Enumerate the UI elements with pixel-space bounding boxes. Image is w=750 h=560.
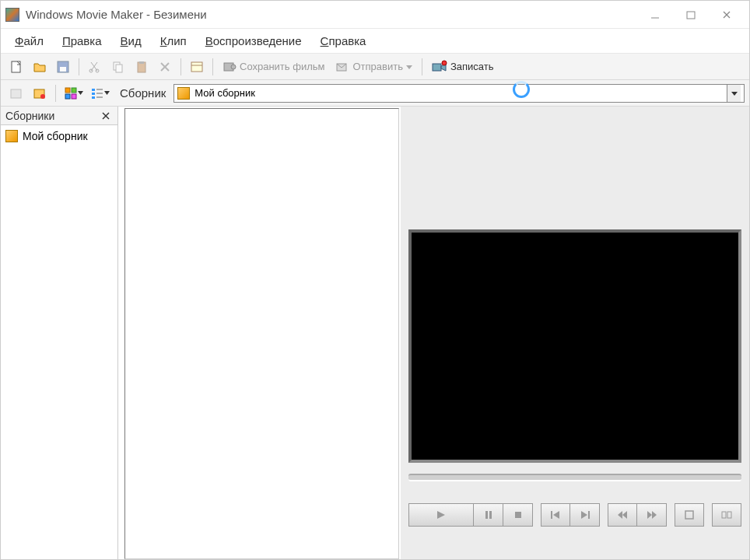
record-button[interactable]: Записать <box>427 57 499 77</box>
menu-help[interactable]: Справка <box>313 31 374 51</box>
list-view-button[interactable] <box>87 83 112 103</box>
thumbnail-view-button[interactable] <box>61 83 86 103</box>
separator <box>422 58 422 75</box>
svg-rect-17 <box>191 62 202 72</box>
svg-rect-46 <box>489 511 492 519</box>
chevron-down-icon <box>104 90 110 96</box>
menu-clip[interactable]: Клип <box>152 31 195 51</box>
chevron-down-icon <box>406 64 412 70</box>
svg-rect-57 <box>722 512 726 518</box>
close-icon <box>102 112 110 120</box>
cut-icon <box>88 60 102 74</box>
collection-dropdown[interactable]: Мой сборник <box>173 84 745 103</box>
forward-icon <box>647 510 657 520</box>
play-controls <box>408 503 533 527</box>
pause-icon <box>484 510 493 520</box>
cut-button[interactable] <box>84 57 106 77</box>
menu-playback[interactable]: Воспроизведение <box>198 31 310 51</box>
svg-marker-54 <box>647 511 652 519</box>
save-movie-label: Сохранить фильм <box>240 61 324 72</box>
new-file-icon <box>9 60 23 74</box>
list-view-icon <box>90 86 104 100</box>
separator <box>79 58 79 75</box>
tree-item-my-collection[interactable]: Мой сборник <box>2 128 116 144</box>
save-project-button[interactable] <box>52 57 74 77</box>
svg-rect-58 <box>727 512 731 518</box>
menu-view[interactable]: Вид <box>113 31 149 51</box>
paste-icon <box>135 60 149 74</box>
svg-rect-34 <box>92 89 95 91</box>
collection-selected: Мой сборник <box>195 87 727 99</box>
fullscreen-button[interactable] <box>675 503 704 527</box>
prev-frame-button[interactable] <box>541 503 570 527</box>
fullscreen-icon <box>685 510 694 520</box>
svg-marker-40 <box>104 91 110 95</box>
copy-button[interactable] <box>107 57 129 77</box>
svg-rect-31 <box>65 94 70 99</box>
svg-rect-30 <box>72 88 76 93</box>
sidebar-collections: Сборники Мой сборник <box>1 107 118 560</box>
svg-marker-52 <box>618 511 622 519</box>
prev-frame-icon <box>550 510 561 520</box>
maximize-button[interactable] <box>673 3 709 26</box>
toolbar-main: Сохранить фильм Отправить Записать <box>1 54 749 80</box>
svg-rect-48 <box>551 511 552 519</box>
collection-content-pane[interactable] <box>124 108 399 559</box>
sidebar-tree[interactable]: Мой сборник <box>1 125 117 560</box>
preview-video[interactable] <box>408 229 741 463</box>
delete-button[interactable] <box>154 57 176 77</box>
properties-icon <box>190 60 204 74</box>
save-movie-icon <box>223 60 237 74</box>
narration-icon <box>33 86 47 100</box>
collection-label: Сборник <box>114 86 172 100</box>
close-icon <box>722 10 731 19</box>
seek-bar[interactable] <box>408 474 741 481</box>
record-narration-button[interactable] <box>29 83 51 103</box>
dropdown-arrow[interactable] <box>727 85 741 102</box>
chevron-down-icon <box>78 90 83 96</box>
preview-pane <box>401 107 749 560</box>
forward-button[interactable] <box>637 503 667 527</box>
svg-marker-55 <box>652 511 657 519</box>
svg-rect-56 <box>685 511 693 519</box>
open-project-button[interactable] <box>29 57 51 77</box>
new-collection-button[interactable] <box>5 83 27 103</box>
split-clip-button[interactable] <box>712 503 741 527</box>
sidebar-close-button[interactable] <box>99 112 113 120</box>
stop-icon <box>513 510 523 520</box>
chevron-down-icon <box>731 90 738 96</box>
menu-file[interactable]: Файл <box>7 31 51 51</box>
stop-button[interactable] <box>503 503 533 527</box>
play-button[interactable] <box>408 503 474 527</box>
pause-button[interactable] <box>474 503 503 527</box>
send-button[interactable]: Отправить <box>331 57 416 77</box>
menu-edit[interactable]: Правка <box>54 31 110 51</box>
preview-controls <box>408 503 741 527</box>
svg-rect-32 <box>72 94 76 99</box>
svg-marker-22 <box>406 65 412 69</box>
svg-rect-1 <box>687 12 695 19</box>
save-movie-button[interactable]: Сохранить фильм <box>218 57 329 77</box>
misc-controls <box>675 503 704 527</box>
next-frame-button[interactable] <box>570 503 600 527</box>
menubar: Файл Правка Вид Клип Воспроизведение Спр… <box>1 29 749 54</box>
svg-marker-44 <box>437 511 445 519</box>
separator <box>212 58 213 75</box>
busy-cursor-icon <box>513 81 530 98</box>
split-controls <box>712 503 741 527</box>
svg-marker-53 <box>622 511 627 519</box>
back-button[interactable] <box>608 503 637 527</box>
new-project-button[interactable] <box>5 57 27 77</box>
svg-marker-49 <box>553 511 559 519</box>
body: Сборники Мой сборник <box>1 107 749 560</box>
titlebar: Windows Movie Maker - Безимени <box>1 1 749 29</box>
close-button[interactable] <box>709 3 745 26</box>
play-icon <box>435 509 447 520</box>
separator <box>55 85 56 102</box>
save-icon <box>56 60 70 74</box>
properties-button[interactable] <box>186 57 208 77</box>
svg-rect-35 <box>92 93 95 95</box>
paste-button[interactable] <box>131 57 152 77</box>
thumbnail-view-icon <box>64 86 78 100</box>
minimize-button[interactable] <box>637 3 673 26</box>
